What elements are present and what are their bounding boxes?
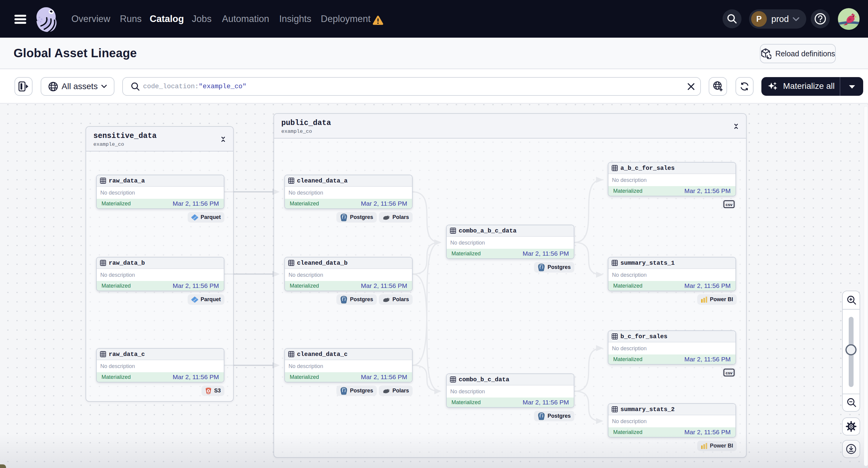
svg-text:csv: csv xyxy=(725,370,733,375)
svg-text:csv: csv xyxy=(725,202,733,207)
